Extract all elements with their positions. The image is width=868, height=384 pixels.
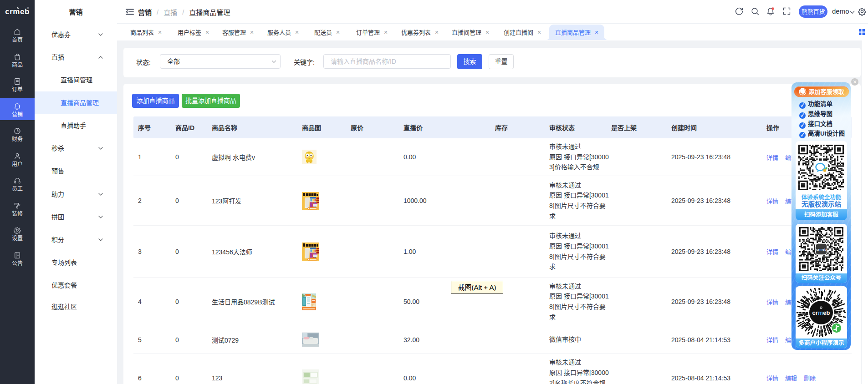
- svg-text:crmeb: crmeb: [812, 309, 830, 316]
- svg-text:crmeb: crmeb: [816, 248, 827, 252]
